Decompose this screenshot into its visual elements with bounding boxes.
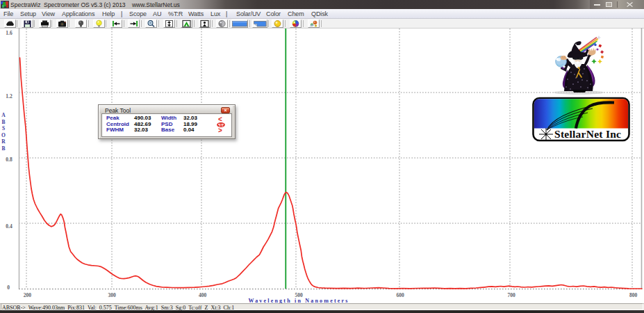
svg-text:B: B <box>1 119 5 125</box>
svg-text:1.2: 1.2 <box>6 93 13 99</box>
svg-text:0: 0 <box>7 284 10 291</box>
svg-text:O: O <box>1 132 6 138</box>
svg-text:B: B <box>1 145 5 152</box>
svg-text:A: A <box>1 112 6 118</box>
svg-text:400: 400 <box>199 292 207 298</box>
svg-text:700: 700 <box>507 292 515 298</box>
svg-text:S: S <box>2 125 5 131</box>
svg-text:0.4: 0.4 <box>6 223 13 230</box>
svg-text:300: 300 <box>108 292 116 298</box>
svg-text:R: R <box>1 138 6 145</box>
svg-text:Wavelength in Nanometers: Wavelength in Nanometers <box>248 298 349 304</box>
svg-text:1.6: 1.6 <box>6 30 13 36</box>
svg-text:200: 200 <box>24 292 32 298</box>
svg-text:StellarNet Inc: StellarNet Inc <box>554 128 621 140</box>
svg-text:600: 600 <box>396 292 404 298</box>
svg-text:800: 800 <box>629 292 638 298</box>
svg-text:0.8: 0.8 <box>6 156 13 163</box>
